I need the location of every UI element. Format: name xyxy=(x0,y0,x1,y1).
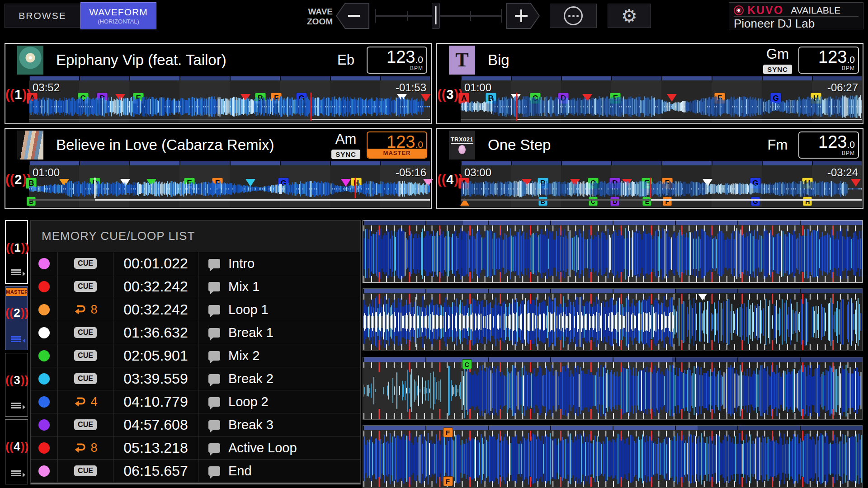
deck-3-bpm-display: 123.0BPM xyxy=(798,47,859,74)
deck-selector-3[interactable]: ((3)) xyxy=(5,353,28,417)
comment-icon xyxy=(208,420,220,430)
more-options-button[interactable] xyxy=(550,4,597,28)
cue-time: 04:57.608 xyxy=(113,413,198,436)
cue-type-cell[interactable]: CUE xyxy=(58,413,113,436)
deck-2-overview-waveform[interactable] xyxy=(29,179,430,198)
deck-1-zoom-waveform-canvas[interactable] xyxy=(363,225,862,282)
wave-zoom-label: WAVE ZOOM xyxy=(297,7,333,27)
deck-selector-1[interactable]: ((1)) xyxy=(5,220,28,284)
deck-1-waveform-area[interactable]: ((1))03:52-01:53ACDEBFG xyxy=(5,76,431,122)
cue-tag: CUE xyxy=(74,327,97,338)
cue-type-cell[interactable]: CUE xyxy=(58,367,113,390)
settings-button[interactable]: ⚙ xyxy=(608,4,651,28)
deck-3-zoom-phase-bar xyxy=(363,357,862,362)
comment-icon xyxy=(208,351,220,361)
deck-2-playhead[interactable] xyxy=(355,178,356,198)
loop-icon xyxy=(73,396,87,408)
cue-type-cell[interactable]: CUE xyxy=(58,344,113,367)
cue-color-cell xyxy=(31,460,58,482)
deck-4-zoom-waveform-canvas[interactable] xyxy=(363,430,862,488)
cue-type-cell[interactable]: 8 xyxy=(58,298,113,321)
tab-browse[interactable]: BROWSE xyxy=(5,4,80,28)
cue-label-cell: Mix 2 xyxy=(198,348,360,363)
deck-3-overview-waveform[interactable] xyxy=(461,94,862,119)
comment-icon xyxy=(208,328,220,338)
cue-label: Loop 1 xyxy=(228,302,269,317)
cue-list-row[interactable]: 805:13.218Active Loop xyxy=(31,436,360,460)
cue-label: End xyxy=(228,464,252,479)
deck-1-elapsed-time: 03:52 xyxy=(33,81,60,94)
deck-2-zoom-waveform-canvas[interactable] xyxy=(363,293,862,351)
deck-1-progress-bar[interactable] xyxy=(29,119,430,120)
deck-1-overview-waveform[interactable] xyxy=(29,94,430,119)
deck-4-progress-bar[interactable] xyxy=(461,199,862,201)
zoom-hot-cue-F-marker[interactable]: F xyxy=(443,476,453,486)
wave-zoom-slider-handle[interactable] xyxy=(432,3,440,29)
cue-list-row[interactable]: 800:32.242Loop 1 xyxy=(31,298,360,321)
deck-2-master-badge: MASTER xyxy=(368,149,426,158)
deck-1-playhead[interactable] xyxy=(310,93,311,121)
cue-type-cell[interactable]: CUE xyxy=(58,460,113,482)
deck-3-playhead[interactable] xyxy=(516,93,517,121)
cue-type-cell[interactable]: 4 xyxy=(58,390,113,413)
deck-2-key: Am xyxy=(335,131,357,147)
deck-3-gutter: ((3)) xyxy=(437,76,461,122)
zoom-hot-cue-F-marker[interactable]: F xyxy=(443,427,453,437)
deck-3-bpm-unit: BPM xyxy=(842,65,855,71)
memory-cue-list-title: MEMORY CUE/LOOP LIST xyxy=(31,221,360,252)
deck-2-zoom-waveform[interactable] xyxy=(363,288,863,351)
kuvo-panel: KUVO AVAILABLE Pioneer DJ Lab xyxy=(729,2,863,29)
deck-1-zoom-waveform[interactable] xyxy=(363,220,863,283)
cue-label: Break 3 xyxy=(228,418,274,432)
deck-selector-2[interactable]: MASTER((2)) xyxy=(5,286,28,350)
zoom-hot-cue-C-marker[interactable]: C xyxy=(462,359,472,369)
deck-3-progress-bar[interactable] xyxy=(461,119,862,120)
deck-3-waveform-area[interactable]: ((3))01:00-06:27ABCDEFGH xyxy=(437,76,863,122)
deck-3-menu-icon[interactable] xyxy=(11,403,23,410)
cue-list-row[interactable]: CUE00:01.022Intro xyxy=(31,252,360,275)
deck-1-phase-meter xyxy=(29,76,430,80)
deck-4-waveform-area[interactable]: ((4))03:00-03:24ABCDEFGHBCDEFGH xyxy=(437,161,863,207)
cue-list-row[interactable]: CUE06:15.657End xyxy=(31,460,360,483)
deck-3-zoom-waveform[interactable]: C xyxy=(363,357,863,420)
cue-type-cell[interactable]: CUE xyxy=(58,321,113,344)
deck-1-bpm-display: 123.0BPM xyxy=(367,47,427,74)
deck-1-artwork xyxy=(17,46,43,75)
deck-2-playhead[interactable] xyxy=(94,178,96,198)
deck-1-track-title: Epiphany Vip (feat. Tailor) xyxy=(56,52,325,69)
deck-2-progress-bar[interactable] xyxy=(29,199,430,201)
cue-label: Mix 1 xyxy=(228,279,259,294)
wave-zoom-in-button[interactable] xyxy=(506,3,540,29)
cue-color-dot xyxy=(38,396,50,408)
deck-4-bpm-display: 123.0BPM xyxy=(798,131,859,159)
deck-4-overview-waveform[interactable] xyxy=(461,179,862,198)
deck-4-playhead[interactable] xyxy=(650,178,651,198)
cue-tag: CUE xyxy=(74,281,97,292)
deck-4-phase-meter xyxy=(461,161,862,165)
deck-4-zoom-waveform[interactable]: FF xyxy=(363,425,863,488)
cue-list-row[interactable]: 404:10.779Loop 2 xyxy=(31,390,360,413)
deck-2-menu-icon[interactable] xyxy=(11,336,23,343)
cue-list-row[interactable]: CUE04:57.608Break 3 xyxy=(31,413,360,436)
cue-type-cell[interactable]: 8 xyxy=(58,436,113,459)
deck-3-elapsed-time: 01:00 xyxy=(464,81,491,94)
tab-waveform[interactable]: WAVEFORM (HORIZONTAL) xyxy=(80,2,156,29)
cue-tag: CUE xyxy=(74,419,97,430)
deck-selector-4[interactable]: ((4)) xyxy=(5,419,28,484)
cue-list-row[interactable]: CUE02:05.901Mix 2 xyxy=(31,344,360,367)
wave-zoom-slider[interactable] xyxy=(375,4,502,28)
deck-3-zoom-waveform-canvas[interactable] xyxy=(363,362,862,419)
deck-1-menu-icon[interactable] xyxy=(11,269,23,277)
wave-zoom-out-button[interactable] xyxy=(336,3,369,29)
cue-list-row[interactable]: CUE03:39.559Break 2 xyxy=(31,367,360,390)
deck-selector-2-number: ((2)) xyxy=(5,306,28,320)
cue-type-cell[interactable]: CUE xyxy=(58,275,113,298)
zoom-memory-cue-marker[interactable] xyxy=(698,294,707,300)
cue-list-row[interactable]: CUE00:32.242Mix 1 xyxy=(31,275,360,298)
cue-label: Loop 2 xyxy=(228,394,269,409)
cue-type-cell[interactable]: CUE xyxy=(58,252,113,275)
cue-label: Active Loop xyxy=(228,441,297,455)
deck-2-waveform-area[interactable]: ((2))01:00-05:16BDEFGHB xyxy=(5,161,431,207)
cue-list-row[interactable]: CUE01:36.632Break 1 xyxy=(31,321,360,344)
deck-4-menu-icon[interactable] xyxy=(11,470,23,478)
